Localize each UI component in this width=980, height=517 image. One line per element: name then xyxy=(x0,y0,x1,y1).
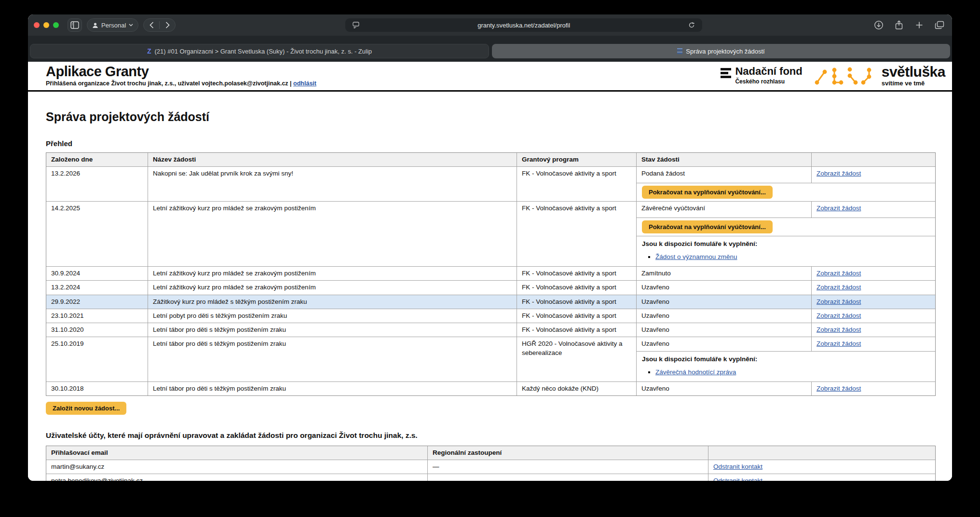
application-program: FK - Volnočasové aktivity a sport xyxy=(517,202,636,266)
application-date: 29.9.2022 xyxy=(46,295,148,309)
table-row: 30.9.2024 Letní zážitkový kurz pro mláde… xyxy=(46,266,935,280)
applications-table-header: Založeno dne Název žádosti Grantový prog… xyxy=(46,153,935,166)
table-row: 30.10.2018 Letní tábor pro děti s těžkým… xyxy=(46,381,935,395)
share-icon[interactable] xyxy=(892,18,906,32)
col-header-name: Název žádosti xyxy=(148,153,517,166)
application-name: Nakopni se: Jak udělat prvník krok za sv… xyxy=(148,167,517,201)
view-application-link[interactable]: Zobrazit žádost xyxy=(817,385,861,392)
available-forms-block: Jsou k dispozici fomuláře k vyplnění: Žá… xyxy=(637,236,935,266)
tab-bar: Z (21) #01 Organizacni > Grant Svetluska… xyxy=(28,36,952,62)
application-program: FK - Volnočasové aktivity a sport xyxy=(517,281,636,294)
zoom-window-button[interactable] xyxy=(53,22,59,28)
view-application-link[interactable]: Zobrazit žádost xyxy=(817,204,861,212)
tab-overview-icon[interactable] xyxy=(933,18,946,32)
application-name: Letní pobyt pro děti s těžkým postižením… xyxy=(148,309,517,323)
application-status: Závěrečné vyúčtování xyxy=(637,202,811,218)
form-link[interactable]: Žádost o významnou změnu xyxy=(655,253,737,260)
tab-sprava-zadosti[interactable]: Správa projektových žádostí xyxy=(492,44,950,58)
sidebar-toggle-button[interactable] xyxy=(68,18,82,32)
forms-intro: Jsou k dispozici fomuláře k vyplnění: xyxy=(642,355,930,363)
application-program: FK - Volnočasové aktivity a sport xyxy=(517,167,636,201)
remove-contact-link[interactable]: Odstranit kontakt xyxy=(713,463,762,470)
remove-contact-link[interactable]: Odstranit kontakt xyxy=(713,477,762,481)
application-status: Uzavřeno xyxy=(637,323,811,337)
col-header-actions xyxy=(811,153,935,166)
app-title: Aplikace Granty xyxy=(46,64,316,80)
logout-link[interactable]: odhlásit xyxy=(293,80,316,87)
close-window-button[interactable] xyxy=(34,22,40,28)
account-region: — xyxy=(427,460,708,474)
application-name: Letní zážitkový kurz pro mládež se zrako… xyxy=(148,281,517,294)
application-program: HGŘ 2020 - Volnočasové aktivity a sebere… xyxy=(517,337,636,381)
new-application-button[interactable]: Založit novou žádost... xyxy=(46,402,126,415)
application-name: Letní tábor pro děti s těžkým postižením… xyxy=(148,323,517,337)
continue-settlement-button[interactable]: Pokračovat na vyplňování vyúčtování... xyxy=(642,220,773,233)
chevron-down-icon xyxy=(129,24,133,27)
col-header-region: Regionální zastoupení xyxy=(427,446,708,460)
view-application-link[interactable]: Zobrazit žádost xyxy=(817,312,861,319)
applications-table: Založeno dne Název žádosti Grantový prog… xyxy=(46,152,936,396)
col-header-actions xyxy=(708,446,935,460)
accounts-heading: Uživatelské účty, které mají oprávnění u… xyxy=(46,431,936,440)
downloads-icon[interactable] xyxy=(872,18,885,32)
available-forms-block: Jsou k dispozici fomuláře k vyplnění: Zá… xyxy=(637,351,935,381)
tab-label: (21) #01 Organizacni > Grant Svetluska (… xyxy=(155,48,372,55)
application-date: 30.9.2024 xyxy=(46,267,148,280)
application-status: Uzavřeno xyxy=(637,337,811,351)
application-program: FK - Volnočasové aktivity a sport xyxy=(517,267,636,280)
application-date: 25.10.2019 xyxy=(46,337,148,381)
account-region: — xyxy=(427,474,708,481)
col-header-date: Založeno dne xyxy=(46,153,148,166)
screen: Personal granty.svetluska.net/zadatel xyxy=(0,0,980,517)
page-settings-icon[interactable] xyxy=(349,18,363,32)
accounts-table: Přihlašovací email Regionální zastoupení… xyxy=(46,446,936,481)
forward-button[interactable] xyxy=(160,19,175,31)
account-email: petra.benedikova@zivotjinak.cz xyxy=(46,474,427,481)
application-program: FK - Volnočasové aktivity a sport xyxy=(517,323,636,337)
application-date: 23.10.2021 xyxy=(46,309,148,323)
application-status: Uzavřeno xyxy=(637,309,811,323)
view-application-link[interactable]: Zobrazit žádost xyxy=(817,170,861,177)
table-row: 23.10.2021 Letní pobyt pro děti s těžkým… xyxy=(46,309,935,323)
table-row: 13.2.2024 Letní zážitkový kurz pro mláde… xyxy=(46,280,935,294)
profile-switcher[interactable]: Personal xyxy=(87,18,138,32)
reload-icon[interactable] xyxy=(685,18,698,32)
new-tab-icon[interactable] xyxy=(912,18,926,32)
col-header-status: Stav žádosti xyxy=(637,153,811,166)
view-application-link[interactable]: Zobrazit žádost xyxy=(817,326,861,333)
continue-settlement-button[interactable]: Pokračovat na vyplňování vyúčtování... xyxy=(642,186,773,199)
table-row: 13.2.2026 Nakopni se: Jak udělat prvník … xyxy=(46,166,935,201)
toolbar-actions xyxy=(872,18,946,32)
sidebar-icon xyxy=(70,21,79,29)
page-content: Správa projektových žádostí Přehled Zalo… xyxy=(28,92,952,481)
tab-zulip[interactable]: Z (21) #01 Organizacni > Grant Svetluska… xyxy=(30,44,489,58)
site-header: Aplikace Granty Přihlášená organizace Ži… xyxy=(28,62,952,92)
application-date: 14.2.2025 xyxy=(46,202,148,266)
form-link[interactable]: Závěrečná hodnotící zpráva xyxy=(655,368,736,376)
history-nav xyxy=(143,18,176,32)
view-application-link[interactable]: Zobrazit žádost xyxy=(817,284,861,291)
back-button[interactable] xyxy=(144,19,159,31)
svetluska-dots-icon xyxy=(813,65,875,86)
header-logos: Nadační fond Českého rozhlasu xyxy=(721,65,945,87)
url-text: granty.svetluska.net/zadatel/profil xyxy=(363,22,685,29)
application-status: Uzavřeno xyxy=(637,295,811,309)
application-program: Každý něco dokáže (KND) xyxy=(517,382,636,395)
col-header-email: Přihlašovací email xyxy=(46,446,427,460)
nadacni-fond-logo: Nadační fond Českého rozhlasu xyxy=(721,66,802,85)
accounts-table-header: Přihlašovací email Regionální zastoupení xyxy=(46,446,935,460)
view-application-link[interactable]: Zobrazit žádost xyxy=(817,340,861,347)
view-application-link[interactable]: Zobrazit žádost xyxy=(817,270,861,277)
application-status: Podaná žádost xyxy=(637,167,811,183)
account-row: martin@sukany.cz — Odstranit kontakt xyxy=(46,460,935,474)
minimize-window-button[interactable] xyxy=(43,22,49,28)
application-program: FK - Volnočasové aktivity a sport xyxy=(517,295,636,309)
account-email: martin@sukany.cz xyxy=(46,460,427,474)
table-row-selected: 29.9.2022 Zážitkový kurz pro mládež s tě… xyxy=(46,295,935,309)
application-name: Letní tábor pro děti s těžkým postižením… xyxy=(148,382,517,395)
svetluska-logo: světluška svítíme ve tmě xyxy=(813,65,945,87)
cro-bars-icon xyxy=(721,68,731,78)
application-program: FK - Volnočasové aktivity a sport xyxy=(517,309,636,323)
address-bar[interactable]: granty.svetluska.net/zadatel/profil xyxy=(345,18,702,32)
view-application-link[interactable]: Zobrazit žádost xyxy=(817,298,861,305)
